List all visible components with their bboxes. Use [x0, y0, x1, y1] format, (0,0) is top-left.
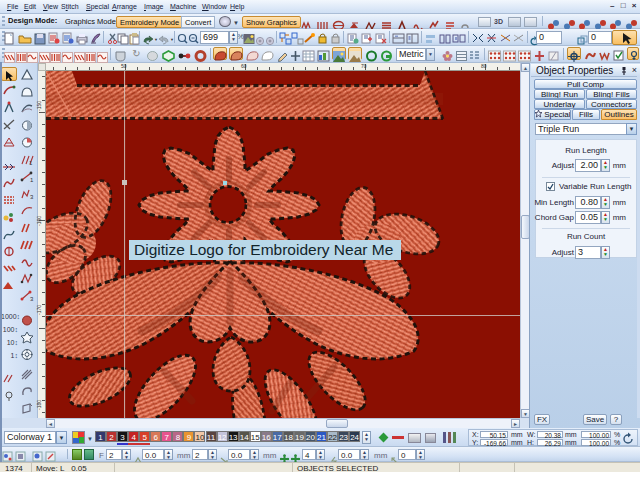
svg-text:3: 3: [30, 194, 34, 200]
svg-text:3: 3: [30, 296, 34, 302]
svg-text:1: 1: [29, 160, 33, 166]
svg-text:1: 1: [30, 177, 34, 183]
